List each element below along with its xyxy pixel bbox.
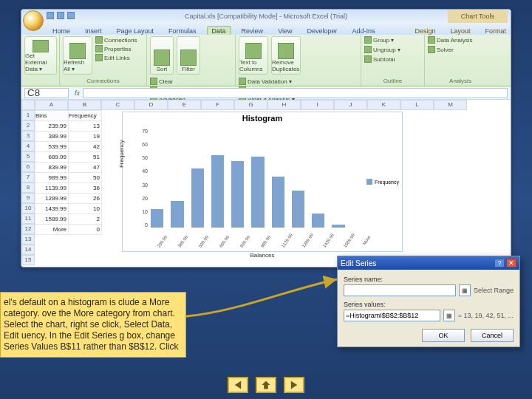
row-header[interactable]: 8 (21, 183, 35, 193)
column-header[interactable]: J (334, 100, 367, 110)
column-header[interactable]: C (101, 100, 134, 110)
column-header[interactable]: B (68, 100, 101, 110)
series-values-input[interactable] (344, 310, 440, 321)
row-header[interactable]: 4 (21, 141, 35, 151)
prev-slide-button[interactable] (228, 377, 248, 393)
column-header[interactable]: F (201, 100, 234, 110)
fx-icon[interactable]: fx (72, 89, 83, 97)
column-header[interactable]: K (367, 100, 400, 110)
column-header[interactable]: I (301, 100, 334, 110)
cancel-button[interactable]: Cancel (471, 329, 514, 342)
remove-duplicates-button[interactable]: Remove Duplicates (271, 36, 301, 75)
row-header[interactable]: 3 (21, 131, 35, 141)
column-header[interactable]: G (234, 100, 267, 110)
row-header[interactable]: 15 (21, 255, 35, 265)
column-header[interactable]: L (400, 100, 434, 110)
series-values-label: Series values: (344, 301, 514, 308)
row-header[interactable]: 2 (21, 120, 35, 131)
clear-icon (150, 78, 157, 85)
ungroup-button[interactable]: Ungroup ▾ (364, 46, 421, 53)
get-external-data-button[interactable]: Get External Data ▾ (24, 36, 57, 75)
row-header[interactable]: 6 (21, 162, 35, 172)
tab-view[interactable]: View (273, 27, 296, 35)
embedded-histogram-chart[interactable]: Histogram Frequency 706050403020100 239.… (122, 112, 403, 252)
formula-bar: fx (21, 86, 511, 100)
row-header[interactable]: 11 (21, 214, 35, 224)
tab-insert[interactable]: Insert (81, 27, 106, 35)
series-name-label: Series name: (344, 276, 514, 283)
chart-bar (251, 157, 264, 228)
tab-formulas[interactable]: Formulas (164, 27, 201, 35)
solver-button[interactable]: Solver (428, 46, 493, 53)
tab-addins[interactable]: Add-Ins (348, 27, 380, 35)
clear-filter-button[interactable]: Clear (150, 78, 185, 85)
tab-data[interactable]: Data (207, 26, 231, 35)
properties-button[interactable]: Properties (95, 45, 137, 52)
row-header[interactable]: 1 (21, 110, 35, 120)
chart-bar (191, 168, 204, 228)
column-header[interactable]: A (35, 100, 68, 110)
dialog-titlebar[interactable]: Edit Series ? ✕ (338, 256, 519, 270)
tab-page-layout[interactable]: Page Layout (112, 27, 159, 35)
edit-series-dialog: Edit Series ? ✕ Series name: ▦ Select Ra… (337, 256, 520, 347)
edit-links-button[interactable]: Edit Links (95, 54, 137, 61)
tab-chart-format[interactable]: Format (480, 27, 511, 35)
tab-chart-layout[interactable]: Layout (446, 27, 474, 35)
sort-button[interactable]: Sort (150, 36, 174, 75)
qat-undo-icon[interactable] (57, 12, 64, 19)
column-header[interactable]: H (267, 100, 301, 110)
row-header[interactable]: 9 (21, 193, 35, 203)
refresh-icon (69, 43, 86, 59)
data-analysis-button[interactable]: Data Analysis (428, 36, 493, 44)
row-header[interactable]: 7 (21, 172, 35, 183)
column-header[interactable]: D (134, 100, 168, 110)
row-header[interactable]: 5 (21, 151, 35, 162)
qat-save-icon[interactable] (47, 12, 54, 19)
group-button[interactable]: Group ▾ (364, 36, 421, 44)
series-name-range-picker[interactable]: ▦ (459, 284, 471, 296)
worksheet-grid[interactable]: ABCDEFGHIJKLM 123456789101112131415 Bins… (21, 100, 511, 267)
row-header[interactable]: 10 (21, 203, 35, 214)
ok-button[interactable]: OK (422, 329, 465, 342)
chart-bar (231, 161, 244, 228)
tab-home[interactable]: Home (48, 27, 75, 35)
chart-y-axis: 706050403020100 (126, 129, 148, 228)
select-all-corner[interactable] (21, 100, 35, 110)
instruction-callout: el's default on a histogram is clude a M… (0, 292, 186, 358)
row-header[interactable]: 14 (21, 245, 35, 255)
text-to-columns-button[interactable]: Text to Columns (239, 36, 268, 75)
column-header[interactable]: M (434, 100, 467, 110)
excel-window: Capital.xls [Compatibility Mode] - Micro… (21, 9, 511, 267)
series-values-range-picker[interactable]: ▦ (443, 310, 455, 321)
filter-button[interactable]: Filter (177, 36, 200, 75)
row-header[interactable]: 12 (21, 224, 35, 234)
chart-bar (171, 201, 183, 228)
link-icon (95, 36, 103, 44)
row-header[interactable]: 13 (21, 234, 35, 245)
subtotal-button[interactable]: Subtotal (364, 55, 421, 63)
formula-input[interactable] (83, 88, 508, 98)
title-bar: Capital.xls [Compatibility Mode] - Micro… (21, 10, 511, 23)
data-validation-button[interactable]: Data Validation ▾ (239, 78, 295, 85)
dialog-help-button[interactable]: ? (494, 259, 505, 267)
tab-developer[interactable]: Developer (302, 27, 341, 35)
office-button[interactable] (23, 10, 44, 31)
name-box[interactable] (24, 88, 69, 98)
ungroup-icon (364, 46, 372, 53)
series-name-input[interactable] (344, 284, 456, 296)
quick-access-toolbar[interactable] (47, 12, 75, 19)
tab-review[interactable]: Review (237, 27, 268, 35)
edit-links-icon (95, 54, 103, 61)
column-header[interactable]: E (168, 100, 201, 110)
refresh-all-button[interactable]: Refresh All ▾ (63, 36, 92, 75)
dialog-close-button[interactable]: ✕ (506, 259, 516, 267)
connections-button[interactable]: Connections (95, 36, 137, 44)
group-label-outline: Outline (364, 78, 421, 84)
qat-redo-icon[interactable] (67, 12, 75, 19)
home-slide-button[interactable] (256, 377, 276, 393)
tab-chart-design[interactable]: Design (410, 27, 440, 35)
next-slide-button[interactable] (284, 377, 304, 393)
chart-legend: Frequency (366, 179, 399, 185)
subtotal-icon (364, 55, 372, 63)
data-table[interactable]: BinsFrequency239.9913389.9919539.9942689… (35, 110, 102, 235)
